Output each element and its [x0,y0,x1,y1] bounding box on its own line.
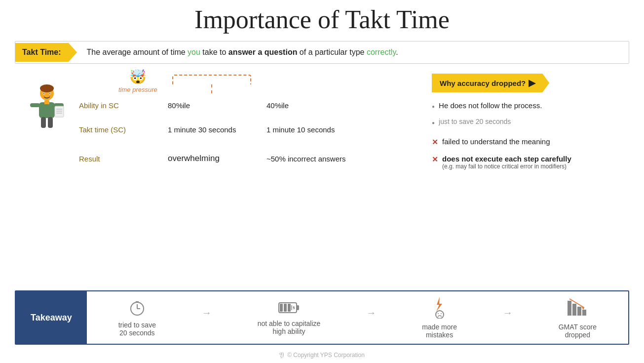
content-area: 🤯 time pressure Ability in SC 80%ile 40%… [15,69,629,286]
definition-box: Takt Time: The average amount of time yo… [15,41,629,64]
x-mark-1: ✕ [432,138,438,147]
dashed-top [172,75,251,84]
ability-val2: 40%ile [262,93,370,118]
def-you: you [188,48,200,56]
def-answer: answer a question [228,48,298,56]
result-val1: overwhelming [163,142,262,171]
svg-rect-34 [568,301,571,316]
arrow-1: → [202,307,212,328]
svg-rect-36 [577,307,581,316]
takeaway-item-1: tried to save20 seconds [118,299,156,337]
svg-rect-6 [39,102,55,118]
footer-text: © Copyright YPS Corporation [287,352,365,359]
person-svg [27,83,67,133]
svg-point-5 [49,93,50,94]
arrow-2: → [366,307,376,328]
takeaway-text-4: GMAT scoredropped [559,323,597,339]
svg-rect-7 [44,100,49,104]
why-text-4: does not execute each step carefully (e.… [442,155,571,170]
chart-down-icon [567,297,588,320]
footer: 𝔜 © Copyright YPS Corporation [15,349,629,363]
takt-val1: 1 minute 30 seconds [163,118,262,142]
takeaway-bar: Takeaway tried to save20 seconds → [15,290,629,345]
battery-icon [278,300,300,317]
def-label-text: Takt Time: [22,48,61,57]
def-arrow [68,42,77,62]
def-text: The average amount of time you take to a… [77,41,408,63]
svg-rect-22 [297,305,299,310]
svg-rect-24 [284,304,287,312]
time-pressure-text: time pressure [118,86,157,93]
data-rows: Ability in SC 80%ile 40%ile Takt time (S… [79,93,422,171]
arrow-3: → [503,307,513,328]
why-title: Why accuracy dropped? [440,79,526,87]
svg-point-1 [40,84,54,92]
time-pressure-label: 🤯 time pressure [118,69,157,93]
footer-logo: 𝔜 [279,351,284,359]
takt-label: Takt time (SC) [79,118,163,142]
svg-point-4 [43,93,44,94]
why-row-1: ● He does not follow the process. [432,99,629,112]
svg-rect-15 [48,117,53,128]
takeaway-label: Takeaway [16,291,87,344]
svg-rect-10 [55,106,64,117]
svg-rect-35 [572,304,576,316]
why-text-1: He does not follow the process. [439,101,542,110]
svg-rect-8 [30,103,40,107]
ability-val1: 80%ile [163,93,262,118]
timer-icon [128,299,146,318]
ability-label: Ability in SC [79,93,163,118]
page: Importance of Takt Time Takt Time: The a… [0,0,644,363]
sad-icon [431,297,449,320]
result-val2: ~50% incorrect answers [262,142,370,171]
person-icon [27,83,67,138]
svg-rect-23 [280,304,283,312]
svg-point-33 [441,313,442,314]
takeaway-item-2: not able to capitalizehigh ability [258,300,321,335]
bullet-1: ● [432,104,435,109]
dashed-connector [172,75,251,93]
takeaway-item-3: made moremistakes [422,297,457,339]
dashed-stem [211,84,212,93]
bullet-2: ● [432,120,435,125]
takeaway-text-1: tried to save20 seconds [118,321,156,337]
left-section [15,69,79,286]
why-box: Why accuracy dropped? ▶ [432,74,549,92]
svg-rect-14 [41,117,46,128]
takeaway-text-3: made moremistakes [422,323,457,339]
def-label: Takt Time: [15,43,68,62]
why-row-2: ● just to save 20 seconds [432,116,629,127]
def-correctly: correctly [367,48,396,56]
stressed-icon: 🤯 [129,69,147,85]
takeaway-content: tried to save20 seconds → [87,291,628,344]
right-section: Why accuracy dropped? ▶ ● He does not fo… [422,69,629,286]
takeaway-text-2: not able to capitalizehigh ability [258,320,321,335]
why-sub-note: (e.g. may fail to notice critical error … [442,163,571,170]
x-mark-2: ✕ [432,155,438,164]
middle-section: 🤯 time pressure Ability in SC 80%ile 40%… [79,69,422,286]
svg-marker-30 [436,297,442,312]
svg-point-32 [438,313,439,314]
why-arrow-icon: ▶ [529,78,535,88]
svg-point-31 [436,311,444,319]
why-row-4: ✕ does not execute each step carefully (… [432,153,629,172]
why-text-2: just to save 20 seconds [439,118,511,125]
page-title: Importance of Takt Time [15,5,629,34]
why-content: ● He does not follow the process. ● just… [432,99,629,172]
why-text-3: failed to understand the meaning [442,137,550,146]
result-label: Result [79,142,163,171]
svg-rect-25 [288,304,291,312]
time-pressure-row: 🤯 time pressure [118,69,422,93]
takeaway-item-4: GMAT scoredropped [559,297,597,339]
svg-rect-37 [582,310,586,316]
takt-val2: 1 minute 10 seconds [262,118,370,142]
why-row-3: ✕ failed to understand the meaning [432,135,629,149]
